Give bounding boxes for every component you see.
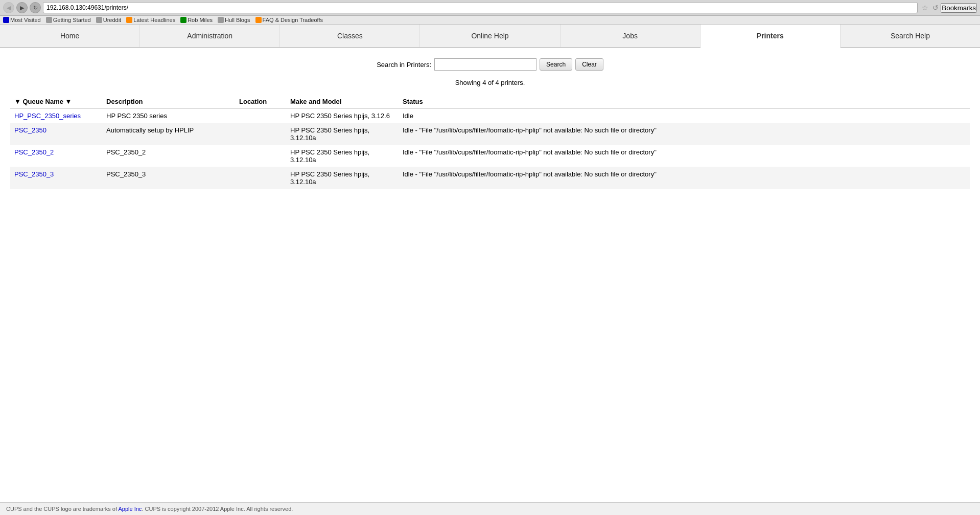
bookmark-ureddit[interactable]: Ureddit xyxy=(96,17,121,23)
bookmark-icon xyxy=(180,17,186,23)
bookmark-label: Most Visited xyxy=(10,17,41,23)
col-header-status: Status xyxy=(399,95,970,109)
col-header-queue[interactable]: ▼ Queue Name ▼ xyxy=(10,95,102,109)
search-input[interactable] xyxy=(434,58,536,71)
col-header-location: Location xyxy=(235,95,286,109)
back-button[interactable]: ◀ xyxy=(3,2,14,13)
cell-description: Automatically setup by HPLIP xyxy=(102,123,235,145)
col-header-make-model: Make and Model xyxy=(286,95,399,109)
bookmark-label: Ureddit xyxy=(103,17,121,23)
cell-status: Idle - "File "/usr/lib/cups/filter/fooma… xyxy=(399,123,970,145)
forward-button[interactable]: ▶ xyxy=(16,2,28,13)
table-row: HP_PSC_2350_series HP PSC 2350 series HP… xyxy=(10,109,970,123)
bookmarks-button[interactable]: Bookmarks xyxy=(941,3,977,13)
printers-table: ▼ Queue Name ▼ Description Location Make… xyxy=(10,95,970,189)
nav-administration[interactable]: Administration xyxy=(140,25,280,47)
cell-description: HP PSC 2350 series xyxy=(102,109,235,123)
bookmark-label: Rob Miles xyxy=(188,17,213,23)
search-label: Search in Printers: xyxy=(377,61,431,69)
nav-printers[interactable]: Printers xyxy=(701,25,841,48)
bookmark-faq[interactable]: FAQ & Design Tradeoffs xyxy=(255,17,323,23)
star-icon[interactable]: ☆ xyxy=(922,4,928,12)
bookmark-hull-blogs[interactable]: Hull Blogs xyxy=(218,17,250,23)
table-header-row: ▼ Queue Name ▼ Description Location Make… xyxy=(10,95,970,109)
cell-status: Idle - "File "/usr/lib/cups/filter/fooma… xyxy=(399,145,970,167)
bookmark-icon xyxy=(126,17,132,23)
nav-jobs[interactable]: Jobs xyxy=(561,25,701,47)
cell-make-model: HP PSC 2350 Series hpijs, 3.12.10a xyxy=(286,145,399,167)
bookmark-label: Latest Headlines xyxy=(133,17,175,23)
showing-text: Showing 4 of 4 printers. xyxy=(10,79,970,86)
cell-location xyxy=(235,145,286,167)
cell-location xyxy=(235,167,286,189)
cell-queue-name: PSC_2350_2 xyxy=(10,145,102,167)
nav-search-help[interactable]: Search Help xyxy=(841,25,980,47)
main-content: Search in Printers: Search Clear Showing… xyxy=(0,48,980,199)
bookmark-icon xyxy=(218,17,224,23)
printers-tbody: HP_PSC_2350_series HP PSC 2350 series HP… xyxy=(10,109,970,189)
bookmark-most-visited[interactable]: Most Visited xyxy=(3,17,41,23)
col-header-description: Description xyxy=(102,95,235,109)
bookmark-rob-miles[interactable]: Rob Miles xyxy=(180,17,213,23)
table-row: PSC_2350 Automatically setup by HPLIP HP… xyxy=(10,123,970,145)
cell-queue-name: PSC_2350 xyxy=(10,123,102,145)
cell-location xyxy=(235,123,286,145)
table-header: ▼ Queue Name ▼ Description Location Make… xyxy=(10,95,970,109)
cell-queue-name: HP_PSC_2350_series xyxy=(10,109,102,123)
search-bar: Search in Printers: Search Clear xyxy=(10,58,970,71)
printer-link[interactable]: HP_PSC_2350_series xyxy=(14,112,81,120)
cell-make-model: HP PSC 2350 Series hpijs, 3.12.10a xyxy=(286,123,399,145)
nav-bar: Home Administration Classes Online Help … xyxy=(0,25,980,48)
nav-classes[interactable]: Classes xyxy=(280,25,420,47)
url-bar[interactable] xyxy=(43,2,918,13)
cell-queue-name: PSC_2350_3 xyxy=(10,167,102,189)
bookmark-icon xyxy=(3,17,9,23)
clear-button[interactable]: Clear xyxy=(575,58,603,71)
cell-status: Idle - "File "/usr/lib/cups/filter/fooma… xyxy=(399,167,970,189)
bookmark-label: Getting Started xyxy=(53,17,91,23)
cell-make-model: HP PSC 2350 Series hpijs, 3.12.6 xyxy=(286,109,399,123)
bookmark-icon xyxy=(46,17,52,23)
cell-status: Idle xyxy=(399,109,970,123)
bookmark-label: FAQ & Design Tradeoffs xyxy=(263,17,323,23)
cell-location xyxy=(235,109,286,123)
bookmarks-bar: Most Visited Getting Started Ureddit Lat… xyxy=(0,16,980,25)
printer-link[interactable]: PSC_2350_3 xyxy=(14,170,54,178)
printer-link[interactable]: PSC_2350_2 xyxy=(14,148,54,156)
reload-button[interactable]: ↻ xyxy=(30,2,41,13)
cell-make-model: HP PSC 2350 Series hpijs, 3.12.10a xyxy=(286,167,399,189)
table-row: PSC_2350_2 PSC_2350_2 HP PSC 2350 Series… xyxy=(10,145,970,167)
table-row: PSC_2350_3 PSC_2350_3 HP PSC 2350 Series… xyxy=(10,167,970,189)
nav-home[interactable]: Home xyxy=(0,25,140,47)
cell-description: PSC_2350_3 xyxy=(102,167,235,189)
bookmark-latest-headlines[interactable]: Latest Headlines xyxy=(126,17,175,23)
search-button[interactable]: Search xyxy=(540,58,572,71)
browser-chrome: ◀ ▶ ↻ ☆ ↺ Bookmarks Most Visited Getting… xyxy=(0,0,980,25)
bookmark-label: Hull Blogs xyxy=(225,17,250,23)
refresh-icon[interactable]: ↺ xyxy=(932,4,939,12)
browser-toolbar: ◀ ▶ ↻ ☆ ↺ Bookmarks xyxy=(0,0,980,16)
bookmark-icon xyxy=(96,17,102,23)
printer-link[interactable]: PSC_2350 xyxy=(14,126,46,134)
cell-description: PSC_2350_2 xyxy=(102,145,235,167)
bookmark-icon xyxy=(255,17,262,23)
bookmark-getting-started[interactable]: Getting Started xyxy=(46,17,91,23)
nav-online-help[interactable]: Online Help xyxy=(420,25,560,47)
